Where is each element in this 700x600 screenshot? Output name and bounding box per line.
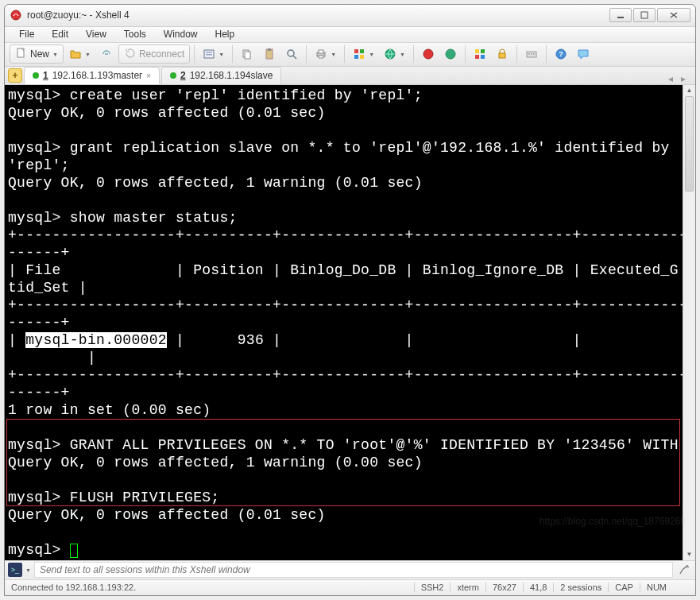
new-icon — [15, 47, 28, 62]
minimize-button[interactable] — [609, 8, 632, 22]
toolbar: New ▼ ▼ Reconnect ▼ ▼ ▼ ▼ ? — [5, 43, 695, 67]
new-button-label: New — [30, 48, 49, 60]
svg-rect-10 — [268, 48, 271, 51]
xftp-button[interactable] — [440, 45, 461, 64]
feedback-button[interactable] — [573, 45, 594, 64]
toolbar-separator — [465, 45, 466, 63]
menu-tools[interactable]: Tools — [116, 27, 154, 41]
svg-rect-1 — [617, 17, 624, 18]
broadcast-input[interactable] — [34, 562, 673, 578]
tab-number: 2 — [180, 70, 186, 81]
cursor — [70, 544, 78, 558]
svg-rect-29 — [531, 53, 532, 55]
reconnect-button-label: Reconnect — [139, 48, 184, 60]
compose-bar: >_ ▼ — [5, 560, 695, 579]
status-sessions: 2 sessions — [553, 583, 608, 592]
reconnect-button[interactable]: Reconnect — [118, 45, 190, 64]
menu-window[interactable]: Window — [156, 27, 206, 41]
tab-scroll-controls: ◂ ▸ — [665, 73, 692, 84]
tab-number: 1 — [43, 70, 48, 81]
disconnect-button[interactable] — [96, 45, 117, 64]
toolbar-separator — [516, 45, 517, 63]
svg-rect-25 — [481, 55, 485, 59]
new-button[interactable]: New ▼ — [10, 45, 64, 64]
toolbar-separator — [306, 45, 307, 63]
properties-button[interactable]: ▼ — [199, 45, 228, 64]
svg-rect-15 — [354, 49, 358, 53]
reconnect-icon — [124, 47, 137, 62]
xshell-button[interactable] — [418, 45, 439, 64]
app-window: root@zuoyu:~ - Xshell 4 File Edit View T… — [4, 4, 696, 596]
svg-point-11 — [288, 50, 294, 56]
web-button[interactable]: ▼ — [380, 45, 409, 64]
status-cap: CAP — [608, 583, 640, 592]
menubar: File Edit View Tools Window Help — [5, 27, 695, 43]
tab-label: 192.168.1.193master — [52, 70, 142, 81]
scroll-up-arrow[interactable]: ▲ — [683, 85, 695, 96]
session-tab-0[interactable]: 1 192.168.1.193master× — [24, 67, 160, 84]
find-button[interactable] — [281, 45, 302, 64]
toolbar-separator — [232, 45, 233, 63]
help-button[interactable]: ? — [551, 45, 571, 64]
paste-button[interactable] — [259, 45, 280, 64]
chevron-down-icon: ▼ — [369, 52, 374, 57]
status-size: 76x27 — [485, 583, 523, 592]
scrollbar-thumb[interactable] — [685, 96, 694, 192]
scrollbar[interactable]: ▲ ▼ — [683, 85, 695, 560]
menu-help[interactable]: Help — [207, 27, 243, 41]
toolbar-separator — [194, 45, 195, 63]
terminal-wrap: mysql> create user 'repl' identified by … — [5, 85, 695, 560]
toolbar-separator — [413, 45, 414, 63]
svg-point-21 — [446, 49, 455, 59]
svg-rect-22 — [475, 49, 479, 53]
svg-rect-26 — [499, 53, 505, 58]
titlebar: root@zuoyu:~ - Xshell 4 — [5, 5, 695, 27]
tile-button[interactable] — [470, 45, 490, 64]
status-num: NUM — [640, 583, 673, 592]
status-connection: Connected to 192.168.1.193:22. — [11, 583, 136, 592]
toolbar-separator — [344, 45, 345, 63]
terminal[interactable]: mysql> create user 'repl' identified by … — [5, 85, 683, 560]
tab-scroll-right[interactable]: ▸ — [678, 73, 689, 84]
svg-rect-14 — [319, 56, 323, 58]
chevron-down-icon: ▼ — [400, 52, 405, 57]
color-scheme-button[interactable]: ▼ — [349, 45, 378, 64]
maximize-button[interactable] — [633, 8, 656, 22]
svg-rect-28 — [528, 53, 530, 55]
chevron-down-icon[interactable]: ▼ — [25, 567, 31, 573]
tab-scroll-left[interactable]: ◂ — [665, 73, 676, 84]
svg-point-20 — [423, 49, 433, 59]
close-icon[interactable]: × — [146, 72, 151, 80]
scroll-down-arrow[interactable]: ▼ — [683, 549, 695, 560]
chevron-down-icon: ▼ — [331, 52, 336, 57]
svg-text:?: ? — [559, 50, 563, 58]
svg-rect-8 — [245, 52, 250, 59]
print-button[interactable]: ▼ — [311, 45, 340, 64]
svg-rect-30 — [533, 53, 535, 55]
send-icon[interactable] — [676, 562, 692, 578]
tab-label: 192.168.1.194slave — [190, 70, 273, 81]
keyboard-button[interactable] — [521, 45, 542, 64]
svg-rect-23 — [481, 49, 485, 53]
session-tab-1[interactable]: 2 192.168.1.194slave — [161, 67, 281, 84]
status-term: xterm — [450, 583, 485, 592]
svg-rect-6 — [206, 54, 212, 56]
menu-edit[interactable]: Edit — [44, 27, 76, 41]
copy-button[interactable] — [237, 45, 257, 64]
tabstrip: + 1 192.168.1.193master×2 192.168.1.194s… — [5, 67, 695, 85]
svg-point-0 — [11, 10, 21, 20]
highlighted-text: mysql-bin.000002 — [25, 332, 167, 348]
terminal-mini-icon: >_ — [8, 563, 22, 577]
open-button[interactable]: ▼ — [65, 45, 95, 64]
menu-file[interactable]: File — [11, 27, 42, 41]
status-cursor: 41,8 — [523, 583, 553, 592]
lock-button[interactable] — [492, 45, 512, 64]
window-title: root@zuoyu:~ - Xshell 4 — [27, 10, 609, 21]
svg-rect-17 — [354, 55, 358, 59]
menu-view[interactable]: View — [78, 27, 114, 41]
close-button[interactable] — [657, 8, 690, 22]
status-dot-icon — [170, 72, 176, 79]
new-tab-button[interactable]: + — [8, 68, 22, 83]
svg-rect-18 — [360, 55, 364, 59]
svg-rect-5 — [206, 52, 212, 53]
